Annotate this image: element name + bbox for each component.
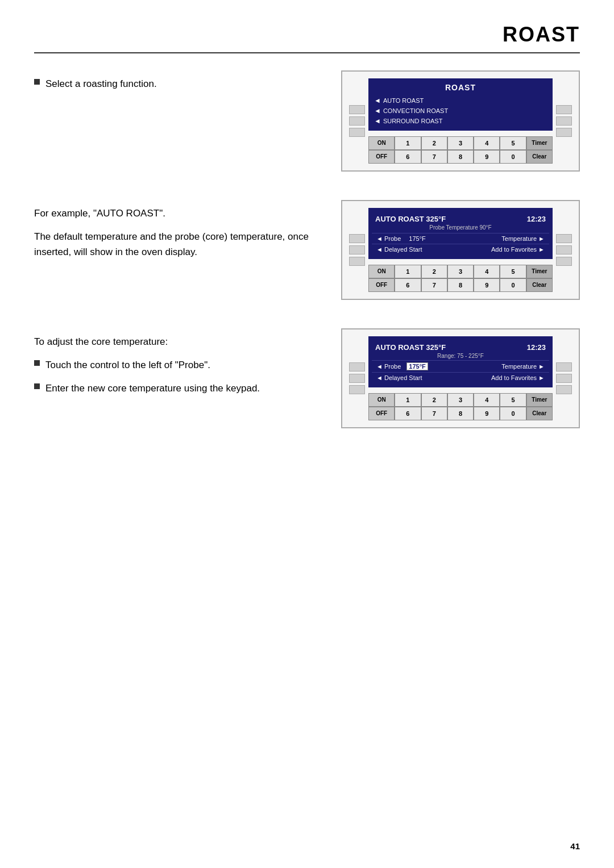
key-6-1[interactable]: 6 bbox=[395, 150, 421, 164]
key-2-1[interactable]: 2 bbox=[421, 136, 447, 150]
key-off-1[interactable]: OFF bbox=[368, 150, 395, 164]
key-8-3[interactable]: 8 bbox=[447, 407, 474, 420]
display-screen-2: AUTO ROAST 325°F 12:23 Probe Temperature… bbox=[368, 208, 553, 259]
key-1-2[interactable]: 1 bbox=[395, 265, 421, 278]
left-btn-2b[interactable] bbox=[349, 245, 365, 254]
left-btn-1a[interactable] bbox=[349, 105, 365, 114]
section-1-text: Select a roasting function. bbox=[34, 70, 324, 95]
top-rule bbox=[34, 52, 580, 53]
panel-with-sides-3: AUTO ROAST 325°F 12:23 Range: 75 - 225°F… bbox=[349, 336, 572, 420]
delayed-left-2: ◄ Delayed Start bbox=[376, 246, 422, 253]
key-7-1[interactable]: 7 bbox=[421, 150, 447, 164]
probe-left-2: ◄ Probe 175°F bbox=[376, 235, 426, 242]
keypad-row1-3: ON 1 2 3 4 5 Timer bbox=[368, 393, 553, 407]
left-btn-3a[interactable] bbox=[349, 362, 365, 372]
key-0-2[interactable]: 0 bbox=[500, 278, 526, 292]
key-5-2[interactable]: 5 bbox=[500, 265, 526, 278]
key-4-1[interactable]: 4 bbox=[474, 136, 500, 150]
left-side-buttons-1 bbox=[349, 78, 365, 164]
left-btn-3b[interactable] bbox=[349, 374, 365, 383]
page-number: 41 bbox=[570, 841, 580, 851]
key-6-3[interactable]: 6 bbox=[395, 407, 421, 420]
right-btn-2a[interactable] bbox=[556, 234, 572, 243]
left-btn-3c[interactable] bbox=[349, 385, 365, 394]
oven-panel-3: AUTO ROAST 325°F 12:23 Range: 75 - 225°F… bbox=[341, 328, 580, 428]
key-off-2[interactable]: OFF bbox=[368, 278, 395, 292]
key-0-3[interactable]: 0 bbox=[500, 407, 526, 420]
section-3-text: To adjust the core temperature: Touch th… bbox=[34, 328, 324, 400]
screen-container-3: AUTO ROAST 325°F 12:23 Range: 75 - 225°F… bbox=[368, 336, 553, 420]
left-btn-2a[interactable] bbox=[349, 234, 365, 243]
key-clear-3[interactable]: Clear bbox=[526, 407, 553, 420]
bullet-text-3b: Enter the new core temperature using the… bbox=[45, 381, 260, 396]
temp-right-2: Temperature ► bbox=[501, 235, 545, 242]
auto-screen-time-2: 12:23 bbox=[527, 215, 546, 223]
key-9-1[interactable]: 9 bbox=[474, 150, 500, 164]
right-btn-1a[interactable] bbox=[556, 105, 572, 114]
section-2: For example, "AUTO ROAST". The default t… bbox=[34, 200, 580, 300]
key-7-3[interactable]: 7 bbox=[421, 407, 447, 420]
key-9-2[interactable]: 9 bbox=[474, 278, 500, 292]
panel-with-sides-1: ROAST ◄ AUTO ROAST ◄ CONVECTION ROAST ◄ … bbox=[349, 78, 572, 164]
right-btn-3b[interactable] bbox=[556, 374, 572, 383]
key-4-3[interactable]: 4 bbox=[474, 393, 500, 407]
left-btn-2c[interactable] bbox=[349, 257, 365, 266]
right-btn-1c[interactable] bbox=[556, 128, 572, 137]
key-3-1[interactable]: 3 bbox=[447, 136, 474, 150]
page-title: ROAST bbox=[34, 23, 580, 47]
probe-label-2: ◄ Probe bbox=[376, 235, 401, 242]
delayed-label-2: ◄ Delayed Start bbox=[376, 246, 422, 253]
right-btn-3c[interactable] bbox=[556, 385, 572, 394]
auto-screen-row-3-1: ◄ Probe 175°F Temperature ► bbox=[372, 360, 549, 372]
bullet-icon-3a bbox=[34, 360, 40, 366]
key-clear-1[interactable]: Clear bbox=[526, 150, 553, 164]
key-on-2[interactable]: ON bbox=[368, 265, 395, 278]
key-on-1[interactable]: ON bbox=[368, 136, 395, 150]
left-btn-1b[interactable] bbox=[349, 116, 365, 126]
key-2-2[interactable]: 2 bbox=[421, 265, 447, 278]
section-2-text: For example, "AUTO ROAST". The default t… bbox=[34, 200, 324, 260]
display-screen-3: AUTO ROAST 325°F 12:23 Range: 75 - 225°F… bbox=[368, 336, 553, 387]
key-8-1[interactable]: 8 bbox=[447, 150, 474, 164]
key-4-2[interactable]: 4 bbox=[474, 265, 500, 278]
section-2-para-1: For example, "AUTO ROAST". bbox=[34, 206, 324, 221]
auto-screen-time-3: 12:23 bbox=[527, 343, 546, 352]
section-2-panel: AUTO ROAST 325°F 12:23 Probe Temperature… bbox=[341, 200, 580, 300]
key-timer-3[interactable]: Timer bbox=[526, 393, 553, 407]
key-timer-1[interactable]: Timer bbox=[526, 136, 553, 150]
bullet-icon-1 bbox=[34, 79, 40, 85]
key-1-1[interactable]: 1 bbox=[395, 136, 421, 150]
key-5-1[interactable]: 5 bbox=[500, 136, 526, 150]
section-1: Select a roasting function. ROAST ◄ bbox=[34, 70, 580, 172]
probe-value-3-highlight[interactable]: 175°F bbox=[406, 362, 428, 370]
right-btn-1b[interactable] bbox=[556, 116, 572, 126]
range-text-3: Range: 75 - 225°F bbox=[372, 353, 549, 359]
keypad-1: ON 1 2 3 4 5 Timer OFF 6 7 8 bbox=[368, 136, 553, 164]
probe-label-3: ◄ Probe bbox=[376, 363, 401, 370]
keypad-row2-2: OFF 6 7 8 9 0 Clear bbox=[368, 278, 553, 292]
key-timer-2[interactable]: Timer bbox=[526, 265, 553, 278]
right-btn-2b[interactable] bbox=[556, 245, 572, 254]
right-side-buttons-2 bbox=[556, 208, 572, 292]
key-5-3[interactable]: 5 bbox=[500, 393, 526, 407]
key-6-2[interactable]: 6 bbox=[395, 278, 421, 292]
key-on-3[interactable]: ON bbox=[368, 393, 395, 407]
key-clear-2[interactable]: Clear bbox=[526, 278, 553, 292]
right-btn-3a[interactable] bbox=[556, 362, 572, 372]
keypad-3: ON 1 2 3 4 5 Timer OFF 6 7 8 bbox=[368, 393, 553, 420]
auto-screen-title-3: AUTO ROAST 325°F bbox=[375, 343, 446, 352]
right-side-buttons-3 bbox=[556, 336, 572, 420]
key-1-3[interactable]: 1 bbox=[395, 393, 421, 407]
key-9-3[interactable]: 9 bbox=[474, 407, 500, 420]
key-8-2[interactable]: 8 bbox=[447, 278, 474, 292]
key-off-3[interactable]: OFF bbox=[368, 407, 395, 420]
right-btn-2c[interactable] bbox=[556, 257, 572, 266]
left-btn-1c[interactable] bbox=[349, 128, 365, 137]
key-2-3[interactable]: 2 bbox=[421, 393, 447, 407]
probe-value-2: 175°F bbox=[409, 235, 425, 242]
key-7-2[interactable]: 7 bbox=[421, 278, 447, 292]
key-3-2[interactable]: 3 bbox=[447, 265, 474, 278]
menu-item-3: ◄ SURROUND ROAST bbox=[372, 116, 549, 126]
key-0-1[interactable]: 0 bbox=[500, 150, 526, 164]
key-3-3[interactable]: 3 bbox=[447, 393, 474, 407]
